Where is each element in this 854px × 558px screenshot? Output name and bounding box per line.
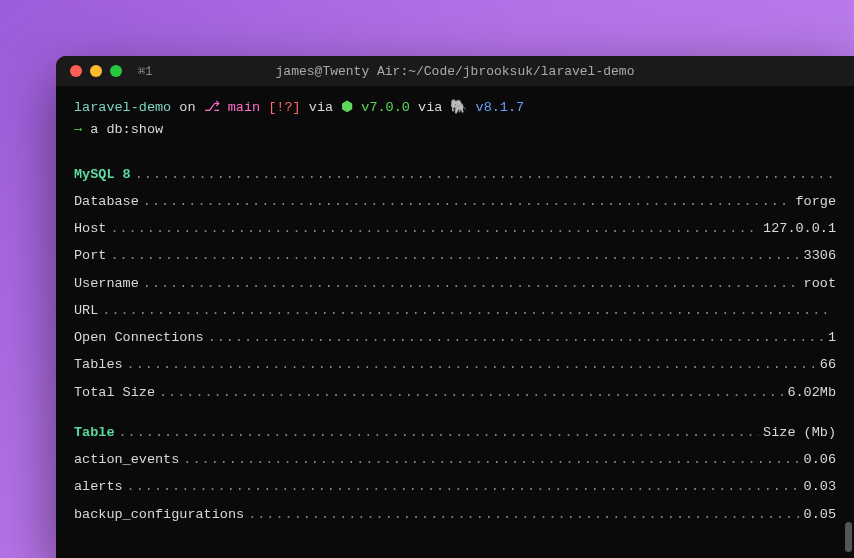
db-info-label: Tables: [74, 355, 123, 375]
db-info-value: 66: [820, 355, 836, 375]
table-header-label: Table: [74, 423, 115, 443]
prompt-via-1: via: [309, 100, 333, 115]
db-info-row: URL.....................................…: [74, 301, 836, 321]
db-header-row: MySQL 8 ................................…: [74, 165, 836, 185]
db-info-value: 127.0.0.1: [763, 219, 836, 239]
db-info-value: 3306: [804, 246, 836, 266]
titlebar: ⌘1 james@Twenty Air:~/Code/jbrooksuk/lar…: [56, 56, 854, 86]
window-title: james@Twenty Air:~/Code/jbrooksuk/larave…: [276, 64, 635, 79]
dots: ........................................…: [127, 477, 800, 497]
dots: ........................................…: [183, 450, 799, 470]
db-info-label: Username: [74, 274, 139, 294]
tab-label[interactable]: ⌘1: [138, 64, 152, 79]
table-row: action_events...........................…: [74, 450, 836, 470]
db-engine-label: MySQL 8: [74, 165, 131, 185]
command-text: a db:show: [90, 122, 163, 137]
db-info-row: Database................................…: [74, 192, 836, 212]
dots: ........................................…: [248, 505, 799, 525]
dots: ........................................…: [119, 423, 760, 443]
db-info-row: Open Connections........................…: [74, 328, 836, 348]
prompt-arrow: →: [74, 122, 82, 137]
prompt-branch: main: [228, 100, 260, 115]
table-size: 0.05: [804, 505, 836, 525]
db-info-label: Total Size: [74, 383, 155, 403]
prompt-via-2: via: [418, 100, 442, 115]
prompt-dir: laravel-demo: [74, 100, 171, 115]
dots: ........................................…: [110, 246, 799, 266]
node-icon: ⬢: [341, 100, 353, 115]
db-info-label: Open Connections: [74, 328, 204, 348]
db-info-row: Username................................…: [74, 274, 836, 294]
dots: ........................................…: [159, 383, 783, 403]
traffic-lights: [70, 65, 122, 77]
maximize-button[interactable]: [110, 65, 122, 77]
dots: ........................................…: [143, 274, 800, 294]
table-name: alerts: [74, 477, 123, 497]
prompt-status: [!?]: [268, 100, 300, 115]
table-name: action_events: [74, 450, 179, 470]
dots: ........................................…: [135, 165, 832, 185]
scrollbar[interactable]: [845, 522, 852, 552]
db-info-value: root: [804, 274, 836, 294]
table-row: backup_configurations...................…: [74, 505, 836, 525]
db-info-label: Port: [74, 246, 106, 266]
db-info-value: 6.02Mb: [787, 383, 836, 403]
branch-icon: ⎇: [204, 100, 220, 115]
db-info-value: forge: [795, 192, 836, 212]
table-row: alerts..................................…: [74, 477, 836, 497]
table-header-row: Table ..................................…: [74, 423, 836, 443]
prompt-line: laravel-demo on ⎇ main [!?] via ⬢ v7.0.0…: [74, 98, 836, 118]
db-info-row: Total Size..............................…: [74, 383, 836, 403]
tables-section: Table ..................................…: [74, 423, 836, 525]
dots: ........................................…: [110, 219, 759, 239]
minimize-button[interactable]: [90, 65, 102, 77]
db-info-section: MySQL 8 ................................…: [74, 165, 836, 403]
db-info-row: Port....................................…: [74, 246, 836, 266]
table-header-value: Size (Mb): [763, 423, 836, 443]
prompt-php-version: v8.1.7: [476, 100, 525, 115]
db-info-value: 1: [828, 328, 836, 348]
terminal-content[interactable]: laravel-demo on ⎇ main [!?] via ⬢ v7.0.0…: [56, 86, 854, 558]
db-info-row: Host....................................…: [74, 219, 836, 239]
command-line: → a db:show: [74, 120, 836, 140]
dots: ........................................…: [208, 328, 824, 348]
db-info-label: Database: [74, 192, 139, 212]
prompt-node-version: v7.0.0: [361, 100, 410, 115]
table-size: 0.06: [804, 450, 836, 470]
terminal-window: ⌘1 james@Twenty Air:~/Code/jbrooksuk/lar…: [56, 56, 854, 558]
close-button[interactable]: [70, 65, 82, 77]
db-info-label: URL: [74, 301, 98, 321]
dots: ........................................…: [102, 301, 832, 321]
db-info-label: Host: [74, 219, 106, 239]
db-info-row: Tables..................................…: [74, 355, 836, 375]
php-icon: 🐘: [450, 100, 467, 115]
prompt-on: on: [179, 100, 195, 115]
table-size: 0.03: [804, 477, 836, 497]
table-name: backup_configurations: [74, 505, 244, 525]
dots: ........................................…: [143, 192, 792, 212]
dots: ........................................…: [127, 355, 816, 375]
